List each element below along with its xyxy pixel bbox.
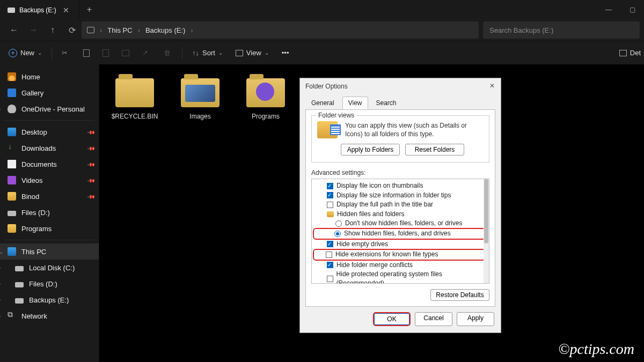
- search-input[interactable]: Search Backups (E:): [483, 21, 640, 39]
- close-icon[interactable]: ✕: [487, 80, 497, 91]
- tab-general[interactable]: General: [305, 97, 340, 109]
- sidebar-item-label: Local Disk (C:): [29, 264, 75, 272]
- folder-item-programs[interactable]: Programs: [236, 78, 296, 120]
- new-tab-button[interactable]: +: [79, 0, 99, 19]
- delete-button[interactable]: 🗑: [158, 45, 178, 62]
- refresh-button[interactable]: ⟳: [62, 21, 82, 39]
- chevron-right-icon[interactable]: ›: [0, 313, 1, 319]
- sidebar-documents[interactable]: Documents📌: [0, 156, 99, 172]
- close-tab-icon[interactable]: ✕: [61, 6, 71, 14]
- chevron-right-icon[interactable]: ›: [0, 106, 1, 112]
- minimize-button[interactable]: —: [597, 0, 620, 19]
- drive-icon: [15, 298, 24, 304]
- copy-button[interactable]: [78, 45, 95, 62]
- setting-label: Display file size information in folder …: [336, 191, 451, 200]
- sidebar-item-label: This PC: [21, 248, 46, 256]
- ellipsis-icon: •••: [282, 49, 289, 57]
- folder-icon: [115, 78, 154, 107]
- sidebar-item-label: Network: [21, 312, 47, 320]
- highlighted-setting-show-hidden: Show hidden files, folders, and drives: [313, 228, 486, 239]
- address-bar[interactable]: › This PC › Backups (E:) ›: [82, 21, 479, 39]
- sidebar-binod[interactable]: Binod📌: [0, 188, 99, 204]
- share-icon: ↗: [142, 49, 151, 57]
- radio[interactable]: [334, 231, 341, 237]
- sidebar-desktop[interactable]: Desktop📌: [0, 124, 99, 140]
- breadcrumb-root[interactable]: This PC: [107, 26, 132, 34]
- checkbox[interactable]: [327, 192, 333, 198]
- radio[interactable]: [335, 220, 342, 227]
- sidebar-files-d[interactable]: Files (D:): [0, 204, 99, 220]
- titlebar: Backups (E:) ✕ + — ▢: [0, 0, 644, 19]
- sort-icon: ↑↓: [192, 49, 199, 57]
- chevron-down-icon: ⌄: [38, 50, 42, 56]
- back-button[interactable]: ←: [4, 21, 24, 39]
- item-label: $RECYCLE.BIN: [105, 113, 165, 120]
- sidebar-network[interactable]: ›Network: [0, 308, 99, 324]
- share-button[interactable]: ↗: [137, 45, 156, 62]
- scrollbar[interactable]: [484, 179, 489, 283]
- nav-row: ← → ↑ ⟳ › This PC › Backups (E:) › Searc…: [0, 19, 644, 41]
- checkbox[interactable]: [327, 202, 333, 208]
- checkbox[interactable]: [327, 276, 333, 282]
- cloud-icon: [8, 105, 16, 113]
- more-button[interactable]: •••: [276, 45, 295, 62]
- apply-button[interactable]: Apply: [457, 312, 494, 326]
- tab-search[interactable]: Search: [370, 97, 402, 109]
- sidebar-item-label: Programs: [21, 225, 52, 233]
- sidebar-downloads[interactable]: Downloads📌: [0, 140, 99, 156]
- setting-label: Show hidden files, folders, and drives: [344, 229, 451, 238]
- checkbox[interactable]: [326, 252, 332, 258]
- view-button[interactable]: View ⌄: [230, 45, 274, 62]
- chevron-right-icon[interactable]: ›: [0, 281, 1, 287]
- advanced-settings-list[interactable]: Display file icon on thumbnails Display …: [311, 179, 489, 284]
- sidebar-videos[interactable]: Videos📌: [0, 172, 99, 188]
- rename-button[interactable]: [116, 45, 135, 62]
- setting-label: Display file icon on thumbnails: [336, 181, 423, 190]
- details-toggle[interactable]: Det: [619, 49, 641, 57]
- chevron-right-icon[interactable]: ›: [0, 297, 1, 303]
- sidebar-backups-e[interactable]: ›Backups (E:): [0, 292, 99, 308]
- folder-item-recycle[interactable]: $RECYCLE.BIN: [105, 78, 165, 120]
- pin-icon: 📌: [87, 128, 96, 136]
- dialog-tabs: General View Search: [300, 94, 501, 109]
- sidebar-this-pc[interactable]: ⌄This PC: [0, 243, 99, 260]
- advanced-settings-label: Advanced settings:: [311, 169, 489, 176]
- dialog-footer: OK Cancel Apply: [300, 312, 501, 333]
- sidebar-gallery[interactable]: Gallery: [0, 85, 99, 101]
- up-button[interactable]: ↑: [43, 21, 62, 39]
- breadcrumb-here[interactable]: Backups (E:): [145, 26, 185, 34]
- dialog-titlebar[interactable]: Folder Options ✕: [300, 78, 501, 94]
- chevron-right-icon[interactable]: ›: [0, 265, 1, 271]
- sidebar-files-d2[interactable]: ›Files (D:): [0, 276, 99, 292]
- forward-button[interactable]: →: [24, 21, 43, 39]
- item-label: Images: [170, 113, 230, 120]
- checkbox[interactable]: [327, 262, 333, 268]
- reset-folders-button[interactable]: Reset Folders: [405, 144, 464, 156]
- sidebar-home[interactable]: Home: [0, 69, 99, 85]
- restore-defaults-button[interactable]: Restore Defaults: [430, 289, 489, 301]
- setting-label: Display the full path in the title bar: [336, 200, 433, 209]
- window-tab[interactable]: Backups (E:) ✕: [0, 0, 79, 19]
- checkbox[interactable]: [327, 241, 333, 247]
- sidebar-local-c[interactable]: ›Local Disk (C:): [0, 260, 99, 276]
- apply-to-folders-button[interactable]: Apply to Folders: [341, 144, 400, 156]
- cut-button[interactable]: ✂: [56, 45, 76, 62]
- checkbox[interactable]: [327, 183, 333, 189]
- sidebar-programs[interactable]: Programs: [0, 220, 99, 237]
- sidebar-item-label: OneDrive - Personal: [21, 105, 85, 113]
- highlighted-ok: OK: [373, 312, 411, 326]
- new-button[interactable]: + New ⌄: [3, 45, 47, 62]
- chevron-down-icon: ⌄: [265, 50, 269, 56]
- video-icon: [8, 176, 16, 184]
- paste-button[interactable]: [97, 45, 114, 62]
- chevron-down-icon[interactable]: ⌄: [0, 249, 3, 255]
- folder-item-images[interactable]: Images: [170, 78, 230, 120]
- maximize-button[interactable]: ▢: [620, 0, 644, 19]
- sidebar-onedrive[interactable]: ›OneDrive - Personal: [0, 101, 99, 117]
- item-label: Programs: [236, 113, 296, 120]
- cancel-button[interactable]: Cancel: [415, 312, 452, 326]
- scrollbar-thumb[interactable]: [484, 179, 488, 243]
- tab-view[interactable]: View: [342, 97, 368, 109]
- sort-button[interactable]: ↑↓ Sort ⌄: [187, 45, 228, 62]
- ok-button[interactable]: OK: [374, 313, 409, 325]
